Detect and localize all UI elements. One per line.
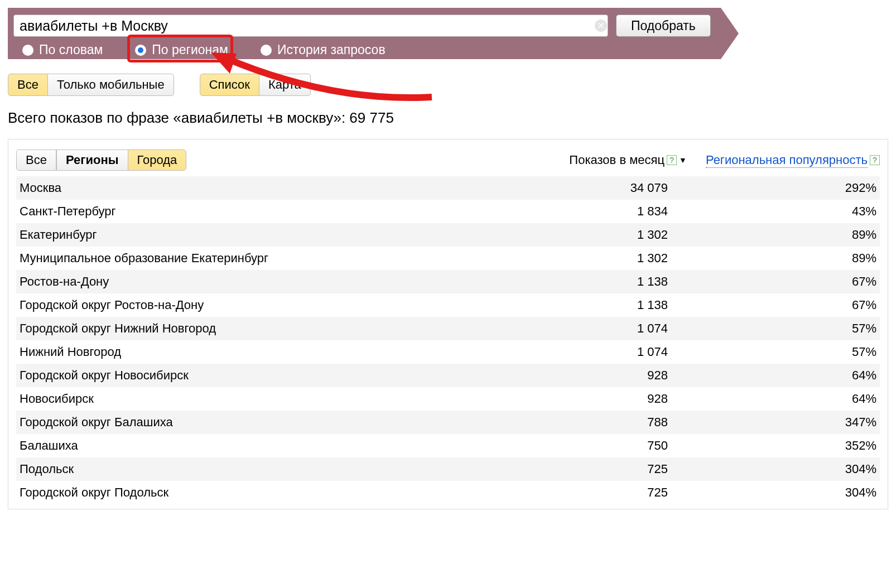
cell-name: Екатеринбург [16,223,556,247]
table-row: Санкт-Петербург1 83443% [16,200,880,223]
cell-shows: 750 [556,434,701,457]
cell-shows: 1 074 [556,317,701,340]
column-shows[interactable]: Показов в месяц ? ▼ [569,153,687,167]
cell-popularity: 43% [701,200,880,223]
summary-text: Всего показов по фразе «авиабилеты +в мо… [8,109,888,127]
radio-icon [135,45,146,56]
cell-shows: 725 [556,457,701,481]
radio-icon [22,45,33,56]
cell-popularity: 67% [701,270,880,293]
view-map[interactable]: Карта [259,74,311,96]
table-row: Новосибирск92864% [16,387,880,411]
submit-button[interactable]: Подобрать [616,15,711,37]
cell-name: Новосибирск [16,387,556,411]
cell-popularity: 352% [701,434,880,457]
results-table: Москва34 079292%Санкт-Петербург1 83443%Е… [16,176,880,504]
cell-popularity: 67% [701,293,880,317]
mode-label: По словам [39,42,103,57]
cell-popularity: 89% [701,223,880,247]
cell-shows: 788 [556,411,701,434]
query-input[interactable] [13,15,608,37]
table-row: Нижний Новгород1 07457% [16,340,880,364]
table-row: Городской округ Новосибирск92864% [16,364,880,387]
table-row: Городской округ Ростов-на-Дону1 13867% [16,293,880,317]
cell-name: Москва [16,176,556,200]
cell-shows: 1 138 [556,293,701,317]
cell-popularity: 64% [701,387,880,411]
table-row: Ростов-на-Дону1 13867% [16,270,880,293]
cell-name: Санкт-Петербург [16,200,556,223]
table-row: Екатеринбург1 30289% [16,223,880,247]
cell-shows: 1 834 [556,200,701,223]
mode-by-regions[interactable]: По регионам [135,42,228,57]
scope-regions[interactable]: Регионы [56,150,128,171]
table-row: Подольск725304% [16,457,880,481]
cell-name: Городской округ Нижний Новгород [16,317,556,340]
view-list[interactable]: Список [200,74,259,96]
filter-row: Все Только мобильные Список Карта [8,74,888,96]
table-row: Балашиха750352% [16,434,880,457]
clear-icon[interactable]: ✕ [595,20,607,32]
cell-shows: 34 079 [556,176,701,200]
cell-popularity: 347% [701,411,880,434]
table-row: Москва34 079292% [16,176,880,200]
cell-name: Балашиха [16,434,556,457]
cell-name: Городской округ Новосибирск [16,364,556,387]
device-filter: Все Только мобильные [8,74,174,96]
column-popularity-label[interactable]: Региональная популярность [706,153,868,168]
cell-name: Муниципальное образование Екатеринбург [16,247,556,270]
cell-popularity: 57% [701,317,880,340]
cell-name: Городской округ Ростов-на-Дону [16,293,556,317]
radio-icon [261,45,272,56]
device-all[interactable]: Все [8,74,48,96]
sort-desc-icon: ▼ [679,156,687,165]
help-icon[interactable]: ? [667,155,677,165]
results-header: Все Регионы Города Показов в месяц ? ▼ Р… [16,150,880,171]
table-row: Городской округ Подольск725304% [16,481,880,504]
cell-popularity: 89% [701,247,880,270]
table-row: Городской округ Нижний Новгород1 07457% [16,317,880,340]
view-filter: Список Карта [200,74,311,96]
cell-name: Нижний Новгород [16,340,556,364]
table-row: Городской округ Балашиха788347% [16,411,880,434]
cell-popularity: 64% [701,364,880,387]
cell-popularity: 304% [701,481,880,504]
cell-shows: 1 302 [556,247,701,270]
column-popularity[interactable]: Региональная популярность ? [706,153,880,168]
cell-popularity: 292% [701,176,880,200]
table-row: Муниципальное образование Екатеринбург1 … [16,247,880,270]
device-mobile[interactable]: Только мобильные [48,74,174,96]
cell-shows: 928 [556,387,701,411]
mode-history[interactable]: История запросов [261,42,386,57]
scope-cities[interactable]: Города [128,150,187,171]
cell-name: Подольск [16,457,556,481]
cell-shows: 1 138 [556,270,701,293]
cell-shows: 1 302 [556,223,701,247]
cell-popularity: 304% [701,457,880,481]
scope-filter: Все Регионы Города [16,150,186,171]
mode-label: История запросов [277,42,386,57]
cell-name: Городской округ Подольск [16,481,556,504]
mode-by-words[interactable]: По словам [22,42,103,57]
cell-name: Ростов-на-Дону [16,270,556,293]
cell-shows: 928 [556,364,701,387]
cell-popularity: 57% [701,340,880,364]
mode-label: По регионам [152,42,228,57]
cell-shows: 725 [556,481,701,504]
cell-name: Городской округ Балашиха [16,411,556,434]
search-bar: ✕ Подобрать По словам По регионам Истори… [8,8,739,59]
results-panel: Все Регионы Города Показов в месяц ? ▼ Р… [8,139,888,509]
help-icon[interactable]: ? [870,155,880,165]
column-shows-label: Показов в месяц [569,153,664,167]
cell-shows: 1 074 [556,340,701,364]
scope-all[interactable]: Все [16,150,56,171]
